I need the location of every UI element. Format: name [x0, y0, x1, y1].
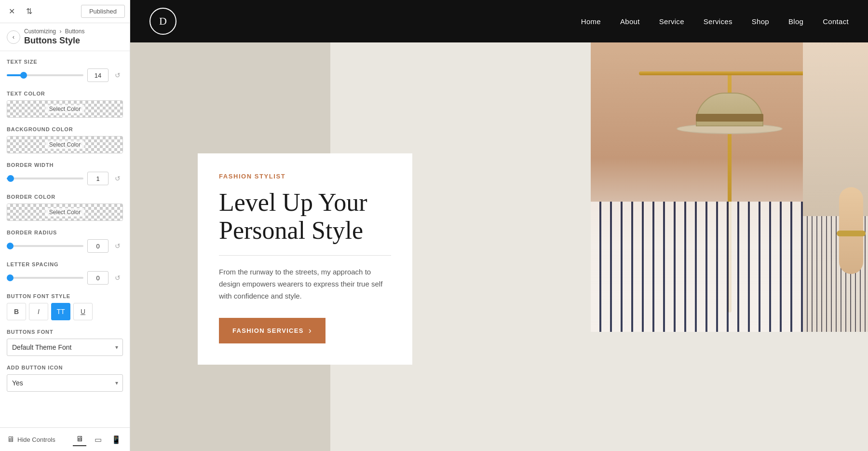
border-color-picker[interactable]: Select Color	[7, 204, 123, 221]
published-button[interactable]: Published	[81, 5, 125, 18]
bracelet	[837, 231, 866, 236]
border-radius-thumb	[7, 243, 14, 249]
text-size-track[interactable]	[7, 74, 83, 76]
border-width-slider-row: ↺	[7, 172, 123, 185]
nav-blog[interactable]: Blog	[788, 17, 803, 26]
text-size-thumb	[20, 72, 27, 79]
cta-button-label: FASHION SERVICES	[232, 327, 304, 334]
border-radius-input[interactable]	[87, 239, 108, 253]
bg-color-label: BACKGROUND COLOR	[7, 126, 123, 132]
breadcrumb-arrow: ›	[59, 28, 61, 35]
text-size-reset[interactable]: ↺	[112, 70, 123, 81]
border-width-group: BORDER WIDTH ↺	[7, 162, 123, 185]
text-size-input[interactable]	[87, 68, 108, 82]
nav-links: Home About Service Services Shop Blog Co…	[581, 17, 849, 26]
buttons-font-group: BUTTONS FONT Default Theme Font ▾	[7, 329, 123, 356]
font-style-label: BUTTON FONT STYLE	[7, 293, 123, 299]
cta-button[interactable]: FASHION SERVICES ›	[219, 318, 326, 343]
hero-title-line1: Level Up Your	[219, 189, 367, 216]
border-radius-track[interactable]	[7, 245, 83, 247]
breadcrumb-customizing[interactable]: Customizing	[24, 28, 56, 35]
hat-container	[691, 91, 768, 134]
letter-spacing-track[interactable]	[7, 277, 83, 279]
text-color-picker[interactable]: Select Color	[7, 100, 123, 118]
bg-color-select-label: Select Color	[45, 140, 84, 149]
border-radius-group: BORDER RADIUS ↺	[7, 230, 123, 253]
mobile-icon[interactable]: 📱	[109, 433, 123, 446]
border-width-reset[interactable]: ↺	[112, 173, 123, 184]
text-size-group: TEXT SIZE ↺	[7, 59, 123, 82]
nav-services[interactable]: Services	[704, 17, 732, 26]
text-color-label: TEXT COLOR	[7, 91, 123, 96]
font-style-row: B I TT U	[7, 303, 123, 320]
text-color-group: TEXT COLOR Select Color	[7, 91, 123, 118]
add-icon-group: ADD BUTTON ICON Yes ▾	[7, 365, 123, 392]
hat-band	[696, 114, 763, 122]
add-icon-select[interactable]: Yes	[7, 374, 123, 392]
letter-spacing-thumb	[7, 274, 14, 281]
nav-service[interactable]: Service	[659, 17, 684, 26]
border-radius-slider-row: ↺	[7, 239, 123, 253]
letter-spacing-reset[interactable]: ↺	[112, 273, 123, 283]
side-photo	[803, 42, 868, 332]
border-radius-reset[interactable]: ↺	[112, 241, 123, 251]
main-preview: D Home About Service Services Shop Blog …	[130, 0, 868, 451]
bg-color-group: BACKGROUND COLOR Select Color	[7, 126, 123, 153]
nav-home[interactable]: Home	[581, 17, 601, 26]
device-icons: 🖥 ▭ 📱	[73, 433, 123, 446]
nav-contact[interactable]: Contact	[823, 17, 849, 26]
bottom-bar: 🖥 Hide Controls 🖥 ▭ 📱	[0, 427, 130, 451]
top-bar: ✕ ⇅ Published	[0, 0, 130, 23]
text-size-label: TEXT SIZE	[7, 59, 123, 65]
border-radius-label: BORDER RADIUS	[7, 230, 123, 235]
page-title: Buttons Style	[24, 36, 123, 46]
buttons-font-label: BUTTONS FONT	[7, 329, 123, 335]
add-icon-label: ADD BUTTON ICON	[7, 365, 123, 370]
letter-spacing-group: LETTER SPACING ↺	[7, 261, 123, 285]
border-width-label: BORDER WIDTH	[7, 162, 123, 168]
left-panel: ✕ ⇅ Published ‹ Customizing › Buttons Bu…	[0, 0, 130, 451]
cta-arrow-icon: ›	[309, 326, 312, 336]
back-button[interactable]: ‹	[7, 30, 20, 44]
fashion-label: FASHION STYLIST	[219, 173, 391, 180]
nav-shop[interactable]: Shop	[752, 17, 769, 26]
add-icon-select-wrapper: Yes ▾	[7, 374, 123, 392]
bold-button[interactable]: B	[7, 303, 26, 320]
underline-button[interactable]: U	[73, 303, 93, 320]
breadcrumb-section[interactable]: Buttons	[65, 28, 85, 35]
text-size-slider-row: ↺	[7, 68, 123, 82]
hero-title: Level Up Your Personal Style	[219, 189, 391, 245]
border-width-track[interactable]	[7, 178, 83, 179]
bg-color-picker[interactable]: Select Color	[7, 136, 123, 153]
border-color-select-label: Select Color	[45, 208, 84, 217]
letter-spacing-input[interactable]	[87, 271, 108, 285]
font-style-group: BUTTON FONT STYLE B I TT U	[7, 293, 123, 320]
monitor-icon: 🖥	[7, 435, 14, 444]
border-color-label: BORDER COLOR	[7, 194, 123, 200]
letter-spacing-slider-row: ↺	[7, 271, 123, 285]
font-select[interactable]: Default Theme Font	[7, 339, 123, 356]
hero-content-card: FASHION STYLIST Level Up Your Personal S…	[198, 153, 412, 365]
uppercase-button[interactable]: TT	[51, 303, 70, 320]
controls-area: TEXT SIZE ↺ TEXT COLOR Select Color BACK…	[0, 51, 130, 427]
nav-about[interactable]: About	[620, 17, 640, 26]
swap-icon[interactable]: ⇅	[22, 5, 36, 18]
breadcrumb-area: ‹ Customizing › Buttons Buttons Style	[0, 23, 130, 51]
border-width-thumb	[7, 175, 14, 182]
hide-controls-button[interactable]: 🖥 Hide Controls	[7, 435, 55, 444]
close-icon[interactable]: ✕	[5, 5, 18, 18]
hero-title-line2: Personal Style	[219, 217, 363, 244]
border-width-input[interactable]	[87, 172, 108, 185]
preview-nav: D Home About Service Services Shop Blog …	[130, 0, 868, 42]
site-logo: D	[149, 8, 176, 35]
desktop-icon[interactable]: 🖥	[73, 433, 86, 446]
hero-divider	[219, 255, 391, 256]
rack-bar	[639, 71, 829, 75]
italic-button[interactable]: I	[29, 303, 48, 320]
breadcrumb-path: Customizing › Buttons	[24, 28, 123, 35]
tablet-icon[interactable]: ▭	[91, 433, 105, 446]
border-color-group: BORDER COLOR Select Color	[7, 194, 123, 221]
text-color-select-label: Select Color	[45, 105, 84, 113]
breadcrumb-text: Customizing › Buttons Buttons Style	[24, 28, 123, 46]
hero-description: From the runway to the streets, my appro…	[219, 266, 391, 302]
